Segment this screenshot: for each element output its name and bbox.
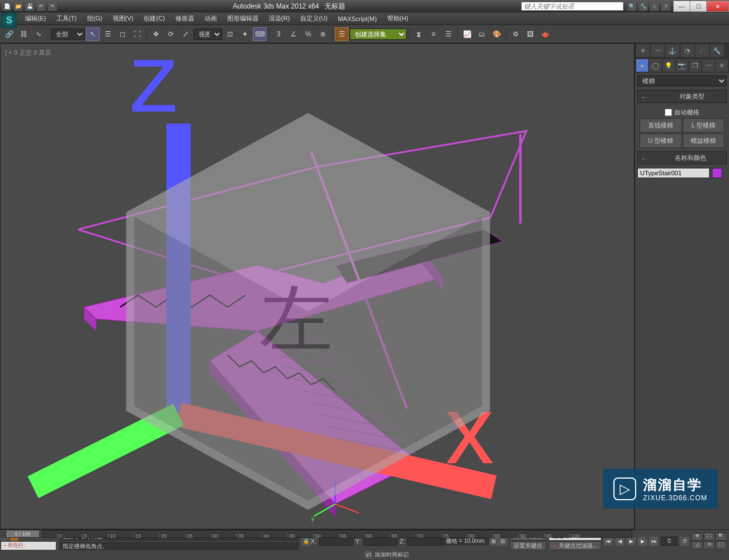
ruler-mark: 20 bbox=[159, 533, 167, 538]
new-icon[interactable]: 📄 bbox=[2, 2, 11, 11]
rollout-objtype[interactable]: -对象类型 bbox=[637, 90, 727, 103]
rollout-namecolor[interactable]: -名称和颜色 bbox=[637, 151, 727, 164]
menu-anim[interactable]: 动画 bbox=[200, 13, 222, 24]
app-icon[interactable]: S bbox=[1, 13, 17, 28]
ruler-mark: 15 bbox=[134, 533, 141, 538]
lights-icon[interactable]: 💡 bbox=[663, 59, 675, 72]
ruler-mark: 40 bbox=[262, 533, 269, 538]
ruler-mark: 0 bbox=[57, 533, 62, 538]
time-config-icon[interactable]: ⏱ bbox=[680, 537, 689, 546]
script-listener[interactable]: -- 所在行: bbox=[1, 542, 56, 550]
ruler-mark: 25 bbox=[185, 533, 193, 538]
command-panel: ☀ 〰 ⚓ ◔ ☄ 🔧 ● ◯ 💡 📷 ❐ 〰 ✳ 楼梯 -对象类型 自动栅格 … bbox=[634, 43, 729, 529]
spacewarps-icon[interactable]: 〰 bbox=[702, 59, 714, 72]
menu-tools[interactable]: 工具(T) bbox=[52, 13, 81, 24]
menu-grapheditor[interactable]: 图形编辑器 bbox=[223, 13, 263, 24]
object-color-swatch[interactable] bbox=[712, 168, 722, 178]
goto-start-icon[interactable]: ⏮ bbox=[604, 537, 613, 546]
close-button[interactable]: ✕ bbox=[706, 1, 729, 12]
ruler-mark: 55 bbox=[339, 533, 346, 538]
prompt-status: 指定楼梯低角点。 bbox=[59, 542, 299, 550]
ruler-mark: 5 bbox=[83, 533, 87, 538]
undo-icon[interactable]: ↶ bbox=[36, 2, 46, 11]
btn-u-stair[interactable]: U 型楼梯 bbox=[640, 134, 682, 148]
watermark: ▷ 溜溜自学 ZIXUE.3D66.COM bbox=[603, 469, 718, 509]
cameras-icon[interactable]: 📷 bbox=[676, 59, 688, 72]
tab-motion-icon[interactable]: ◔ bbox=[681, 44, 694, 57]
autogrid-label: 自动栅格 bbox=[674, 108, 699, 117]
title-text: Autodesk 3ds Max 2012 x64 无标题 bbox=[57, 2, 521, 11]
viewcube[interactable]: 左 bbox=[0, 53, 625, 538]
title-bar: 📄 📂 💾 ↶ ↷ Autodesk 3ds Max 2012 x64 无标题 … bbox=[0, 0, 729, 13]
play-icon[interactable]: ▶ bbox=[626, 537, 636, 546]
lock-icon[interactable]: 🔒 bbox=[301, 537, 310, 546]
x-input[interactable] bbox=[319, 537, 353, 546]
menu-maxscript[interactable]: MAXScript(M) bbox=[333, 14, 381, 24]
menu-bar: 编辑(E) 工具(T) 组(G) 视图(V) 创建(C) 修改器 动画 图形编辑… bbox=[0, 13, 729, 25]
object-name-input[interactable] bbox=[637, 168, 710, 178]
ruler-mark: 100 bbox=[570, 533, 580, 538]
keyfilter-button[interactable]: ∿ 关键点过滤器... bbox=[548, 541, 601, 550]
tool-icon[interactable]: 🔧 bbox=[638, 2, 648, 11]
zoom-icon[interactable]: 🔍 bbox=[715, 533, 727, 541]
open-icon[interactable]: 📂 bbox=[14, 2, 23, 11]
ruler-mark: 80 bbox=[467, 533, 474, 538]
minimize-button[interactable]: — bbox=[673, 1, 690, 12]
help-search-input[interactable] bbox=[521, 2, 624, 11]
redo-icon[interactable]: ↷ bbox=[48, 2, 57, 11]
fov-icon[interactable]: ◿ bbox=[691, 541, 703, 549]
category-dropdown[interactable]: 楼梯 bbox=[637, 75, 727, 87]
zoom-ext-icon[interactable]: ⛶ bbox=[703, 533, 715, 541]
ruler-mark: 95 bbox=[544, 533, 551, 538]
ruler-mark: 50 bbox=[313, 533, 321, 538]
menu-edit[interactable]: 编辑(E) bbox=[21, 13, 51, 24]
ruler-mark: 45 bbox=[288, 533, 295, 538]
addtime-label[interactable]: 添加时间标记 bbox=[375, 551, 409, 559]
ruler-mark: 35 bbox=[236, 533, 244, 538]
menu-help[interactable]: 帮助(H) bbox=[383, 13, 413, 24]
pan-icon[interactable]: ✥ bbox=[691, 533, 703, 541]
systems-icon[interactable]: ✳ bbox=[716, 59, 728, 72]
ruler-mark: 65 bbox=[390, 533, 398, 538]
ruler-mark: 10 bbox=[108, 533, 116, 538]
ruler-mark: 70 bbox=[416, 533, 423, 538]
autogrid-checkbox[interactable] bbox=[665, 109, 672, 116]
search-icon[interactable]: 🔍 bbox=[627, 2, 636, 11]
menu-view[interactable]: 视图(V) bbox=[108, 13, 138, 24]
helpers-icon[interactable]: ❐ bbox=[689, 59, 701, 72]
tab-hierarchy-icon[interactable]: ⚓ bbox=[666, 44, 679, 57]
btn-l-stair[interactable]: L 型楼梯 bbox=[683, 118, 725, 133]
z-label: Z: bbox=[400, 538, 406, 545]
ruler-mark: 60 bbox=[364, 533, 372, 538]
prev-frame-icon[interactable]: ◀ bbox=[615, 537, 624, 546]
tag-icon[interactable]: 🏷 bbox=[364, 551, 372, 559]
btn-spiral-stair[interactable]: 螺旋楼梯 bbox=[683, 134, 725, 148]
time-slider[interactable]: 0 / 100 bbox=[6, 530, 40, 538]
shapes-icon[interactable]: ◯ bbox=[649, 59, 661, 72]
tab-display-icon[interactable]: ☄ bbox=[695, 44, 709, 57]
svg-text:左: 左 bbox=[260, 278, 333, 359]
save-icon[interactable]: 💾 bbox=[25, 2, 34, 11]
tab-modify-icon[interactable]: 〰 bbox=[651, 44, 665, 57]
help-icon[interactable]: ? bbox=[661, 2, 670, 11]
menu-modify[interactable]: 修改器 bbox=[171, 13, 199, 24]
ruler-mark: 30 bbox=[211, 533, 218, 538]
next-frame-icon[interactable]: ▶ bbox=[638, 537, 647, 546]
menu-create[interactable]: 创建(C) bbox=[139, 13, 169, 24]
btn-straight-stair[interactable]: 直线楼梯 bbox=[640, 118, 682, 133]
orbit-icon[interactable]: ⟲ bbox=[703, 541, 715, 549]
play-logo-icon: ▷ bbox=[613, 477, 636, 500]
goto-end-icon[interactable]: ⏭ bbox=[649, 537, 658, 546]
setkey-button[interactable]: 设置关键点 bbox=[510, 541, 546, 550]
z-input[interactable] bbox=[407, 537, 441, 546]
viewport[interactable]: [ + 0 正交 0 真实 bbox=[0, 43, 634, 529]
maxview-icon[interactable]: ⛶ bbox=[715, 541, 727, 549]
tab-utilities-icon[interactable]: 🔧 bbox=[710, 44, 724, 57]
star-icon[interactable]: ☆ bbox=[650, 2, 659, 11]
menu-group[interactable]: 组(G) bbox=[83, 13, 107, 24]
menu-customize[interactable]: 自定义(U) bbox=[296, 13, 332, 24]
ruler-mark: 75 bbox=[441, 533, 449, 538]
frame-spinner[interactable] bbox=[661, 537, 678, 546]
menu-render[interactable]: 渲染(R) bbox=[264, 13, 294, 24]
maximize-button[interactable]: ☐ bbox=[690, 1, 707, 12]
